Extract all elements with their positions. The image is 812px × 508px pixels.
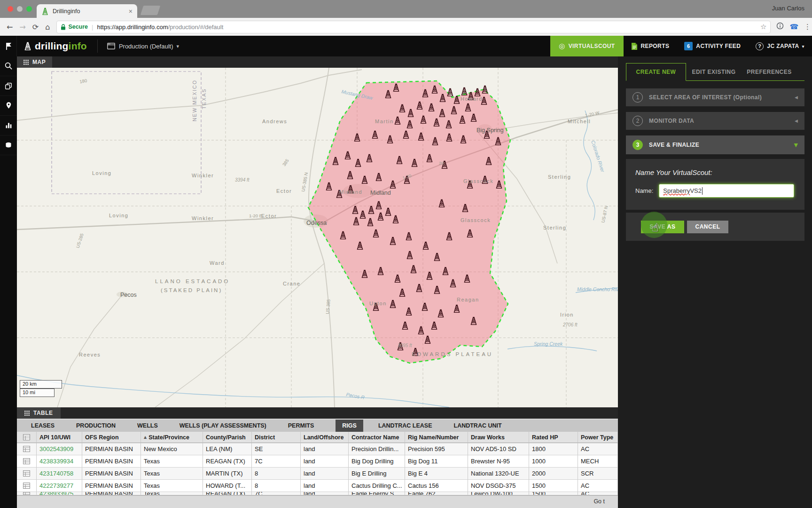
map-label: TEXAS (201, 88, 207, 109)
nav-activity-feed[interactable]: 6 ACTIVITY FEED (677, 36, 748, 56)
table-row[interactable]: 4238933975PERMIAN BASINTexasREAGAN (TX)7… (17, 492, 618, 495)
column-header-api-10-uwi[interactable]: API 10/UWI (37, 432, 82, 443)
map-panel-tab[interactable]: MAP (17, 56, 52, 68)
phone-extension-icon[interactable]: ☎ (789, 23, 798, 31)
step-2[interactable]: 2MONITOR DATA◀ (626, 112, 804, 130)
row-report-icon[interactable] (17, 492, 37, 495)
table-cell: land (301, 492, 349, 495)
nav-virtualscout[interactable]: ◎ VIRTUALSCOUT (550, 36, 623, 56)
virtualscout-name-input[interactable]: Spraberry VS2 (659, 184, 794, 198)
search-icon[interactable] (0, 56, 17, 76)
nav-reports[interactable]: REPORTS (624, 36, 677, 56)
database-icon[interactable] (0, 135, 17, 155)
collapse-arrow-icon[interactable]: ▼ (794, 142, 798, 148)
hand-cursor-icon: ☝ (652, 221, 659, 234)
table-cell: MECH (578, 455, 618, 468)
table-cell: PERMIAN BASIN (82, 468, 141, 480)
table-row[interactable]: 4231740758PERMIAN BASINTexasMARTIN (TX)8… (17, 468, 618, 480)
row-report-icon[interactable] (17, 455, 37, 468)
cancel-button[interactable]: CANCEL (687, 221, 728, 233)
vs-tab-preferences[interactable]: PREFERENCES (742, 63, 797, 80)
map-label: (STAKED PLAIN) (161, 287, 222, 293)
save-finalize-form: Name Your VirtualScout: Name: Spraberry … (626, 159, 804, 210)
table-tab-leases[interactable]: LEASES (31, 422, 55, 429)
map-scale-km: 20 km (20, 380, 62, 389)
row-report-icon[interactable] (17, 468, 37, 480)
table-cell: PERMIAN BASIN (82, 480, 141, 492)
map-label: Sterling (548, 174, 571, 180)
table-cell: Lewco DW-100 (468, 492, 529, 495)
vs-tab-create-new[interactable]: CREATE NEW (626, 63, 686, 81)
map-pin-icon[interactable] (0, 96, 17, 116)
drillinginfo-logo[interactable]: drillinginfo (23, 40, 87, 52)
vs-tab-edit-existing[interactable]: EDIT EXISTING (686, 63, 742, 80)
nav-user-menu[interactable]: ? JC ZAPATA ▾ (748, 36, 812, 56)
table-row[interactable]: 4238339934PERMIAN BASINTexasREAGAN (TX)7… (17, 455, 618, 468)
address-bar[interactable]: Secure | https://app.drillinginfo.com /p… (56, 21, 771, 33)
table-cell: REAGAN (TX) (203, 455, 252, 468)
api-link[interactable]: 3002543909 (37, 443, 82, 455)
bar-chart-icon[interactable] (0, 116, 17, 135)
flag-icon[interactable] (0, 36, 17, 56)
step-number: 1 (632, 92, 643, 103)
column-header-district[interactable]: District (252, 432, 301, 443)
browser-tab[interactable]: Drillinginfo × (37, 4, 137, 18)
table-tab-production[interactable]: PRODUCTION (76, 422, 116, 429)
table-cell: 7C (252, 492, 301, 495)
divider: | (92, 24, 93, 31)
table-tab-permits[interactable]: PERMITS (288, 422, 314, 429)
map-label: 3394 ft (235, 177, 250, 183)
column-header-power-type[interactable]: Power Type (578, 432, 618, 443)
forward-icon[interactable]: → (19, 23, 25, 32)
chevron-down-icon: ▾ (177, 43, 180, 49)
column-header-ofs-region[interactable]: OFS Region (82, 432, 141, 443)
table-tab-landtrac-lease[interactable]: LANDTRAC LEASE (378, 422, 432, 429)
info-extension-icon[interactable] (776, 22, 784, 32)
column-header-county-parish[interactable]: County/Parish (203, 432, 252, 443)
table-tab-landtrac-unit[interactable]: LANDTRAC UNIT (454, 422, 502, 429)
step-1[interactable]: 1SELECT AREA OF INTEREST (Optional)◀ (626, 88, 804, 106)
api-link[interactable]: 4238339934 (37, 455, 82, 468)
table-row[interactable]: 4222739277PERMIAN BASINTexasHOWARD (T...… (17, 480, 618, 492)
expand-arrow-icon[interactable]: ◀ (795, 119, 798, 123)
zoom-window-button[interactable] (26, 6, 32, 12)
map-label: Martin (375, 119, 394, 124)
minimize-window-button[interactable] (17, 6, 23, 12)
column-header-state-province[interactable]: ▲State/Province (141, 432, 203, 443)
map-svg[interactable]: NEW MEXICOTEXASAndrewsMartinHowardBig Sp… (17, 68, 618, 407)
bookmark-star-icon[interactable]: ☆ (760, 23, 766, 31)
api-link[interactable]: 4231740758 (37, 468, 82, 480)
close-window-button[interactable] (8, 6, 13, 12)
column-header-contractor-name[interactable]: Contractor Name (349, 432, 405, 443)
table-tab-rigs[interactable]: RIGS (336, 420, 363, 432)
table-tab-wells-play-assessments-[interactable]: WELLS (PLAY ASSESSMENTS) (180, 422, 266, 429)
home-icon[interactable]: ⌂ (45, 23, 50, 32)
table-row[interactable]: 3002543909PERMIAN BASINNew MexicoLEA (NM… (17, 443, 618, 455)
table-panel-tab[interactable]: TABLE (17, 407, 61, 419)
table-cell: Cactus 156 (405, 480, 468, 492)
step-3[interactable]: 3SAVE & FINALIZE▼ (626, 135, 804, 154)
table-cell: Precision 595 (405, 443, 468, 455)
refresh-icon[interactable]: ⟳ (32, 23, 39, 32)
column-header-rig-name-number[interactable]: Rig Name/Number (405, 432, 468, 443)
map-canvas[interactable]: NEW MEXICOTEXASAndrewsMartinHowardBig Sp… (17, 56, 618, 407)
column-header-land-offshore[interactable]: Land/Offshore (301, 432, 349, 443)
new-tab-button[interactable] (141, 6, 160, 15)
workspace-label: Production (Default) (119, 43, 173, 50)
api-link[interactable]: 4222739277 (37, 480, 82, 492)
column-header-draw-works[interactable]: Draw Works (468, 432, 529, 443)
layers-icon[interactable] (0, 76, 17, 96)
expand-arrow-icon[interactable]: ◀ (795, 95, 798, 100)
table-tab-wells[interactable]: WELLS (137, 422, 158, 429)
map-label: NEW MEXICO (192, 79, 197, 121)
goto-page-label[interactable]: Go t (593, 498, 605, 505)
workspace-selector[interactable]: Production (Default) ▾ (97, 40, 179, 53)
back-icon[interactable]: ← (7, 23, 13, 32)
row-report-icon[interactable] (17, 443, 37, 455)
tab-close-icon[interactable]: × (129, 8, 133, 15)
browser-menu-icon[interactable]: ⋮ (804, 23, 811, 31)
api-link[interactable]: 4238933975 (37, 492, 82, 495)
row-report-icon[interactable] (17, 480, 37, 492)
column-header-rated-hp[interactable]: Rated HP (529, 432, 578, 443)
map-label: Midland (339, 189, 362, 195)
